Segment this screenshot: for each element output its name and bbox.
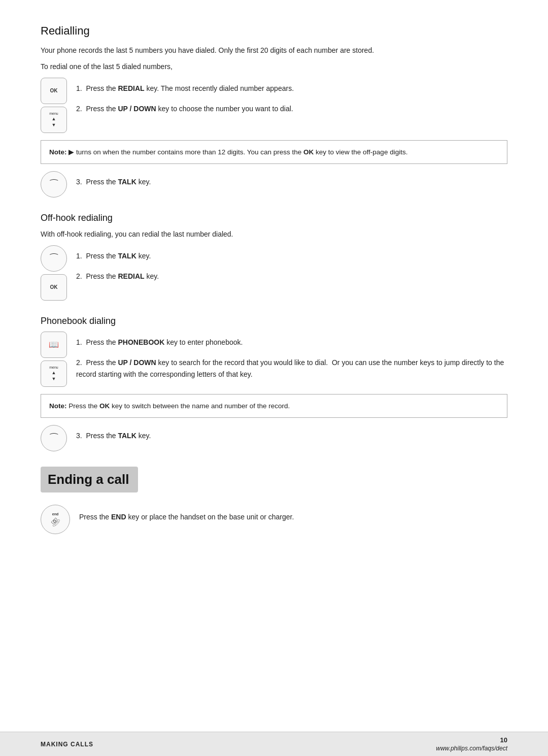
phonebook-steps-list: 1. Press the PHONEBOOK key to enter phon… — [76, 332, 507, 380]
ok-key-label: OK — [50, 88, 58, 93]
up-arrow: ▲ — [52, 116, 56, 121]
redialling-title: Redialling — [41, 24, 507, 38]
phonebook-section: Phonebook dialing 📖 menu ▲ ▼ — [41, 316, 507, 452]
redialling-keys: OK menu ▲ ▼ — [41, 78, 67, 133]
phonebook-up: ▲ — [52, 370, 56, 375]
offhook-ok-key-icon: OK — [41, 274, 67, 301]
phonebook-step1: 1. Press the PHONEBOOK key to enter phon… — [76, 332, 507, 348]
page-footer: MAKING CALLS 10 www.philips.com/faqs/dec… — [0, 732, 548, 756]
phonebook-note: Note: Press the OK key to switch between… — [41, 394, 507, 418]
offhook-steps-list: 1. Press the TALK key. 2. Press the REDI… — [76, 245, 159, 282]
redialling-talk-key-col: ⁀ — [41, 171, 67, 198]
redialling-section: Redialling Your phone records the last 5… — [41, 24, 507, 198]
ending-title: Ending a call — [48, 472, 129, 487]
ok-key-icon: OK — [41, 78, 67, 104]
ending-row: end ☏ Press the END key or place the han… — [41, 505, 507, 534]
phonebook-keys: 📖 menu ▲ ▼ — [41, 332, 67, 387]
phonebook-talk-key-col: ⁀ — [41, 425, 67, 451]
redialling-step3-text: 3. Press the TALK key. — [76, 171, 151, 187]
phonebook-down: ▼ — [52, 376, 56, 381]
offhook-ok-label: OK — [50, 284, 58, 290]
offhook-step1: 1. Press the TALK key. — [76, 245, 159, 261]
phonebook-step3-group: ⁀ 3. Press the TALK key. — [41, 425, 507, 451]
redialling-step3-group: ⁀ 3. Press the TALK key. — [41, 171, 507, 198]
redialling-step2: 2. Press the UP / DOWN key to choose the… — [76, 98, 294, 114]
footer-right: 10 www.philips.com/faqs/dect — [436, 736, 507, 752]
footer-title: MAKING CALLS — [41, 741, 93, 748]
offhook-intro: With off-hook redialing, you can redial … — [41, 228, 507, 240]
end-key-icon: end ☏ — [41, 505, 70, 534]
down-arrow: ▼ — [52, 122, 56, 127]
redialling-intro: Your phone records the last 5 numbers yo… — [41, 45, 507, 56]
phonebook-key-icon: 📖 — [41, 332, 67, 358]
footer-url: www.philips.com/faqs/dect — [436, 745, 507, 752]
phonebook-steps-group: 📖 menu ▲ ▼ 1. Press the PHONEBOOK key to… — [41, 332, 507, 387]
offhook-section: Off-hook redialing With off-hook rediali… — [41, 213, 507, 300]
redialling-subintro: To redial one of the last 5 dialed numbe… — [41, 61, 507, 72]
phonebook-step3-text: 3. Press the TALK key. — [76, 425, 151, 441]
footer-page-number: 10 — [500, 736, 507, 744]
phonebook-step2: 2. Press the UP / DOWN key to search for… — [76, 352, 507, 380]
redialling-note: Note: ▶ turns on when the number contain… — [41, 140, 507, 165]
offhook-talk-key-icon: ⁀ — [41, 245, 67, 272]
talk-key-icon-redialling: ⁀ — [41, 171, 67, 198]
phonebook-title: Phonebook dialing — [41, 316, 507, 326]
page-content: Redialling Your phone records the last 5… — [0, 0, 548, 600]
phonebook-talk-shape: ⁀ — [50, 433, 57, 444]
ending-section: Ending a call end ☏ Press the END key or… — [41, 467, 507, 534]
phonebook-menu-label: menu — [49, 366, 58, 369]
redialling-steps-list: 1. Press the REDIAL key. The most recent… — [76, 78, 294, 115]
ending-text: Press the END key or place the handset o… — [79, 511, 294, 522]
menu-label: menu — [49, 112, 58, 115]
redialling-step1: 1. Press the REDIAL key. The most recent… — [76, 78, 294, 94]
ending-title-block: Ending a call — [41, 467, 138, 492]
phonebook-talk-key-icon: ⁀ — [41, 425, 67, 451]
offhook-step2: 2. Press the REDIAL key. — [76, 266, 159, 282]
redialling-steps-group: OK menu ▲ ▼ 1. Press the REDIAL key. The… — [41, 78, 507, 133]
offhook-keys: ⁀ OK — [41, 245, 67, 301]
offhook-talk-shape: ⁀ — [50, 253, 57, 264]
phonebook-icon-shape: 📖 — [49, 340, 59, 349]
talk-icon-shape: ⁀ — [50, 179, 57, 190]
offhook-title: Off-hook redialing — [41, 213, 507, 223]
menu-nav-key-icon: menu ▲ ▼ — [41, 107, 67, 133]
phonebook-menu-nav-key: menu ▲ ▼ — [41, 360, 67, 387]
offhook-steps-group: ⁀ OK 1. Press the TALK key. 2. Press the… — [41, 245, 507, 301]
end-key-shape: ☏ — [48, 515, 62, 529]
